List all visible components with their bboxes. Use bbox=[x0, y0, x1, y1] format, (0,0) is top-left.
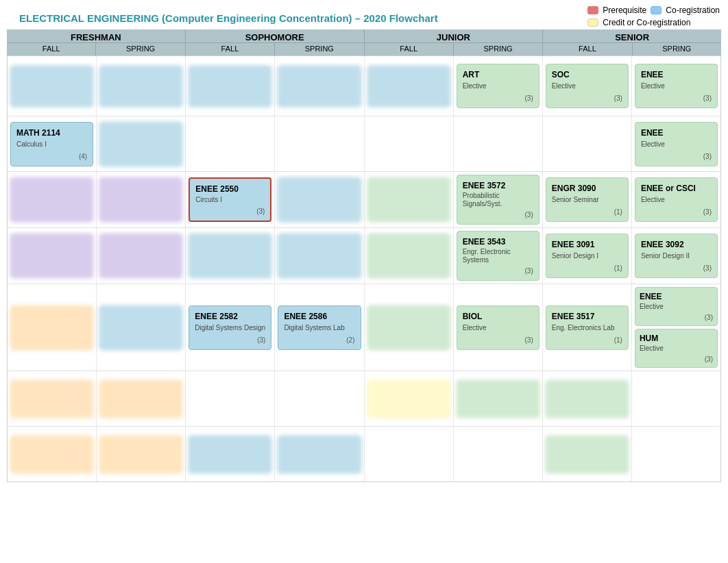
semester-header: FRESHMAN FALL SPRING SOPHOMORE FALL SPRI… bbox=[7, 29, 721, 55]
cell-r6-jrfall bbox=[365, 371, 454, 426]
enee3092-name: ENEE 3092 bbox=[641, 240, 712, 249]
course-enee-elective-1: ENEE Elective (3) bbox=[635, 64, 718, 108]
course-enee-elective-2: ENEE Elective (3) bbox=[635, 122, 718, 166]
enee3572-credits: (3) bbox=[525, 211, 533, 218]
cell-r1-sospring bbox=[275, 56, 364, 116]
cell-r5-frspring bbox=[97, 284, 186, 371]
cell-r4-srspring: ENEE 3092 Senior Design II (3) bbox=[632, 228, 720, 284]
enee3517-desc: Eng. Electronics Lab bbox=[552, 324, 622, 332]
course-r1-jrfall bbox=[367, 66, 450, 107]
math2114-name: MATH 2114 bbox=[16, 128, 87, 138]
coregistration-label: Co-registration bbox=[666, 5, 720, 15]
soc-course-credits: (3) bbox=[614, 95, 622, 102]
course-math2114: MATH 2114 Calculus I (4) bbox=[10, 122, 93, 166]
course-engr3090: ENGR 3090 Senior Seminar (1) bbox=[546, 177, 629, 222]
header-freshman-label: FRESHMAN bbox=[71, 29, 121, 42]
course-r4-sofall bbox=[189, 234, 271, 278]
credit-label: Credit or Co-registration bbox=[603, 18, 690, 27]
cell-r6-jrspring bbox=[454, 371, 543, 426]
cell-r3-sospring bbox=[275, 172, 364, 227]
course-r7-srfall bbox=[546, 436, 629, 473]
hum-name: HUM bbox=[640, 334, 713, 343]
cell-r7-sospring bbox=[275, 427, 364, 481]
soc-course-name: SOC bbox=[552, 70, 622, 79]
course-r4-jrfall bbox=[367, 234, 450, 278]
cell-r3-jrspring: ENEE 3572 Probabilistic Signals/Syst. (3… bbox=[454, 172, 543, 227]
header-senior-spring: SPRING bbox=[632, 42, 721, 55]
cell-r1-frspring bbox=[97, 56, 186, 116]
enee2550-credits: (3) bbox=[256, 208, 265, 215]
header-junior: JUNIOR FALL SPRING bbox=[365, 29, 544, 55]
row-3: ENEE 2550 Circuits I (3) ENEE 3572 Proba… bbox=[8, 172, 720, 228]
cell-r4-frspring bbox=[97, 228, 186, 284]
enee2586-credits: (2) bbox=[346, 336, 354, 344]
header-freshman-spring: SPRING bbox=[95, 42, 184, 55]
cell-r7-frfall bbox=[8, 427, 97, 481]
enee3517-credits: (1) bbox=[614, 336, 622, 344]
header-sophomore-fall: FALL bbox=[186, 42, 274, 55]
cell-r1-srfall: SOC Elective (3) bbox=[543, 56, 632, 116]
row-1: ART Elective (3) SOC Elective (3) ENEE E… bbox=[8, 56, 720, 116]
course-enee3572: ENEE 3572 Probabilistic Signals/Syst. (3… bbox=[457, 175, 539, 225]
course-r3-sospring bbox=[278, 177, 361, 222]
course-enee2582: ENEE 2582 Digital Systems Design (3) bbox=[189, 305, 271, 350]
course-r2-frspring bbox=[99, 122, 182, 166]
header-freshman: FRESHMAN FALL SPRING bbox=[7, 29, 186, 55]
course-enee3091: ENEE 3091 Senior Design I (1) bbox=[546, 234, 629, 278]
course-r1-frspring bbox=[99, 66, 182, 107]
course-enee2586: ENEE 2586 Digital Systems Lab (2) bbox=[278, 305, 361, 350]
eneecsci-credits: (3) bbox=[703, 208, 712, 216]
enee3543-name: ENEE 3543 bbox=[463, 237, 533, 247]
cell-r6-sofall bbox=[186, 371, 275, 426]
enee-sr-credits: (3) bbox=[705, 314, 713, 321]
course-r6-jrfall bbox=[367, 380, 450, 418]
row-4: ENEE 3543 Engr. Electronic Systems (3) E… bbox=[8, 228, 720, 284]
enee3091-name: ENEE 3091 bbox=[552, 240, 622, 249]
course-enee2550: ENEE 2550 Circuits I (3) bbox=[189, 177, 271, 222]
legend-prerequisite: Prerequisite Co-registration bbox=[587, 5, 720, 15]
enee-e2-credits: (3) bbox=[703, 153, 712, 160]
legend: Prerequisite Co-registration Credit or C… bbox=[587, 5, 720, 27]
cell-r2-sofall bbox=[186, 116, 275, 171]
course-r6-srfall bbox=[546, 380, 629, 418]
header-junior-fall: FALL bbox=[365, 42, 453, 55]
enee-e2-name: ENEE bbox=[641, 128, 712, 138]
cell-r3-jrfall bbox=[365, 172, 454, 227]
row-2: MATH 2114 Calculus I (4) ENEE Elective (… bbox=[8, 116, 720, 172]
eneecsci-desc: Elective bbox=[641, 196, 712, 204]
course-hum-elective: HUM Elective (3) bbox=[635, 329, 718, 368]
enee-sr-desc: Elective bbox=[640, 303, 713, 311]
cell-r6-srspring bbox=[632, 371, 720, 426]
cell-r2-srspring: ENEE Elective (3) bbox=[632, 116, 720, 171]
biol-credits: (3) bbox=[525, 336, 533, 344]
cell-r3-srspring: ENEE or CSCI Elective (3) bbox=[632, 172, 720, 227]
enee-sr-name: ENEE bbox=[640, 292, 713, 301]
enee3572-desc: Probabilistic Signals/Syst. bbox=[463, 192, 533, 208]
header-senior-fall: FALL bbox=[543, 42, 631, 55]
row-6 bbox=[8, 371, 720, 427]
course-r5-frspring bbox=[99, 305, 182, 350]
enee3572-name: ENEE 3572 bbox=[463, 181, 533, 190]
cell-r5-jrspring: BIOL Elective (3) bbox=[454, 284, 543, 371]
cell-r1-frfall bbox=[8, 56, 97, 116]
course-r7-frspring bbox=[99, 436, 182, 473]
course-r3-frfall bbox=[10, 177, 93, 222]
enee3092-credits: (3) bbox=[703, 264, 712, 272]
cell-r1-sofall bbox=[186, 56, 275, 116]
enee3543-desc: Engr. Electronic Systems bbox=[463, 248, 533, 264]
coregistration-dot bbox=[651, 6, 662, 14]
engr3090-name: ENGR 3090 bbox=[552, 184, 622, 193]
cell-r5-sofall: ENEE 2582 Digital Systems Design (3) bbox=[186, 284, 275, 371]
curriculum-grid: ART Elective (3) SOC Elective (3) ENEE E… bbox=[7, 55, 721, 482]
cell-r7-sofall bbox=[186, 427, 275, 481]
course-r7-frfall bbox=[10, 436, 93, 473]
enee3543-credits: (3) bbox=[525, 267, 533, 275]
top-bar: ELECTRICAL ENGINEERING (Computer Enginee… bbox=[0, 0, 728, 29]
header-junior-spring: SPRING bbox=[453, 42, 542, 55]
engr3090-desc: Senior Seminar bbox=[552, 196, 622, 204]
cell-r4-sospring bbox=[275, 228, 364, 284]
cell-r7-srfall bbox=[543, 427, 632, 481]
header-sophomore-label: SOPHOMORE bbox=[245, 29, 304, 42]
enee-e1-credits: (3) bbox=[703, 95, 712, 102]
header-sophomore-spring: SPRING bbox=[274, 42, 363, 55]
